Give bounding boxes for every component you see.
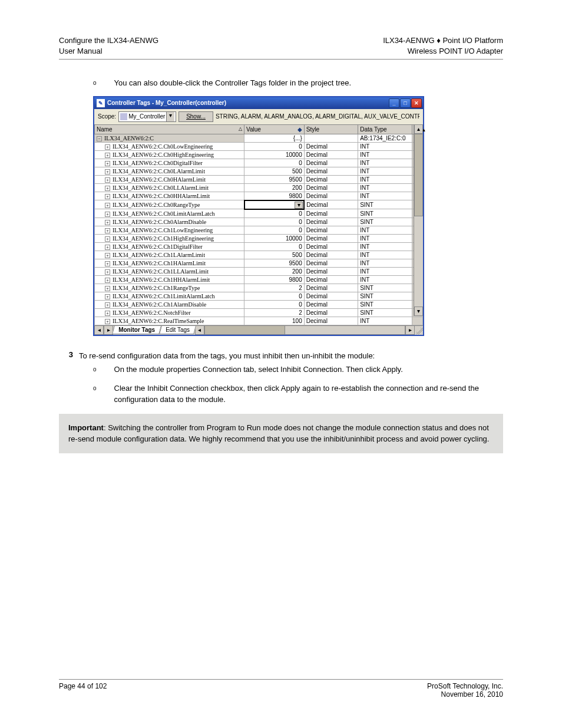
expand-icon[interactable]: + xyxy=(105,161,110,166)
scroll-down-icon[interactable]: ▾ xyxy=(414,307,423,316)
scroll-up-icon[interactable]: ▴ xyxy=(414,124,423,134)
tag-value[interactable]: 10000 xyxy=(244,150,305,159)
tag-value[interactable]: 500 xyxy=(244,251,305,259)
tag-style[interactable]: Decimal xyxy=(304,308,358,317)
tag-value[interactable]: 9500 xyxy=(244,175,305,183)
tag-row[interactable]: +ILX34_AENW6:2:C.Ch1DigitalFilter xyxy=(95,242,244,251)
tag-style[interactable]: Decimal xyxy=(304,251,358,259)
tag-row[interactable]: +ILX34_AENW6:2:C.Ch0HighEngineering xyxy=(95,150,244,159)
tag-value[interactable]: 10000 xyxy=(244,234,305,242)
expand-icon[interactable]: + xyxy=(105,278,110,283)
close-button[interactable]: ✕ xyxy=(411,98,422,108)
tag-value[interactable]: ▾2 xyxy=(244,200,305,209)
tag-value[interactable]: 200 xyxy=(244,183,305,192)
tag-value[interactable]: 200 xyxy=(244,267,305,275)
expand-icon[interactable]: + xyxy=(105,186,110,191)
tag-style[interactable]: Decimal xyxy=(304,218,358,226)
tag-row[interactable]: +ILX34_AENW6:2:C.Ch1HHAlarmLimit xyxy=(95,275,244,284)
tag-row[interactable]: +ILX34_AENW6:2:C.NotchFilter xyxy=(95,308,244,317)
tag-row[interactable]: +ILX34_AENW6:2:C.Ch0HHAlarmLimit xyxy=(95,192,244,200)
tag-style[interactable]: Decimal xyxy=(304,142,358,150)
expand-icon[interactable]: + xyxy=(105,212,110,217)
tag-value[interactable]: 0 xyxy=(244,292,305,300)
hscroll-right[interactable]: ▸ xyxy=(405,325,415,335)
tag-style[interactable]: Decimal xyxy=(304,259,358,267)
tag-style[interactable]: Decimal xyxy=(304,226,358,234)
hscroll-thumb[interactable] xyxy=(205,326,285,334)
tag-style[interactable]: Decimal xyxy=(304,192,358,200)
col-style[interactable]: Style xyxy=(304,124,358,134)
col-value[interactable]: Value ◆ xyxy=(244,124,305,134)
tag-value[interactable]: 2 xyxy=(244,284,305,292)
expand-icon[interactable]: + xyxy=(105,294,110,299)
tag-value[interactable]: 0 xyxy=(244,226,305,234)
tag-value[interactable]: 0 xyxy=(244,159,305,167)
tag-style[interactable]: Decimal xyxy=(304,183,358,192)
tag-row[interactable]: +ILX34_AENW6:2:C.Ch1LimitAlarmLatch xyxy=(95,292,244,300)
col-dtype[interactable]: Data Type xyxy=(358,124,412,134)
col-name[interactable]: Name △ xyxy=(95,124,244,134)
expand-icon[interactable]: + xyxy=(105,236,110,242)
maximize-button[interactable]: □ xyxy=(400,98,411,108)
tag-value[interactable]: 9500 xyxy=(244,259,305,267)
resize-grip-icon[interactable] xyxy=(415,326,423,334)
expand-icon[interactable]: + xyxy=(105,245,110,250)
horizontal-scrollbar[interactable] xyxy=(204,325,405,335)
expand-icon[interactable]: + xyxy=(105,253,110,258)
minimize-button[interactable]: _ xyxy=(389,98,399,108)
expand-icon[interactable]: + xyxy=(105,319,110,324)
tag-row[interactable]: +ILX34_AENW6:2:C.Ch1AlarmDisable xyxy=(95,300,244,308)
tag-row[interactable]: +ILX34_AENW6:2:C.Ch0LowEngineering xyxy=(95,142,244,150)
tag-style[interactable]: Decimal xyxy=(304,200,358,209)
tag-row[interactable]: +ILX34_AENW6:2:C.Ch0LAlarmLimit xyxy=(95,167,244,175)
tab-monitor-tags[interactable]: Monitor Tags xyxy=(112,326,161,334)
expand-icon[interactable]: + xyxy=(105,153,110,158)
tag-row[interactable]: +ILX34_AENW6:2:C.Ch1RangeType xyxy=(95,284,244,292)
tag-row[interactable]: +ILX34_AENW6:2:C.Ch0HAlarmLimit xyxy=(95,175,244,183)
tag-value[interactable]: {...} xyxy=(244,134,305,142)
tag-style[interactable]: Decimal xyxy=(304,234,358,242)
expand-icon[interactable]: + xyxy=(105,311,110,316)
tag-style[interactable]: Decimal xyxy=(304,284,358,292)
expand-icon[interactable]: + xyxy=(105,203,110,208)
expand-icon[interactable]: + xyxy=(105,194,110,199)
tag-value[interactable]: 0 xyxy=(244,242,305,251)
tag-style[interactable]: Decimal xyxy=(304,150,358,159)
tag-style[interactable]: Decimal xyxy=(304,242,358,251)
tag-row[interactable]: +ILX34_AENW6:2:C.Ch1LLAlarmLimit xyxy=(95,267,244,275)
tab-edit-tags[interactable]: Edit Tags xyxy=(159,326,196,334)
expand-icon[interactable]: + xyxy=(105,177,110,183)
vertical-scrollbar[interactable]: ▴ ▾ xyxy=(414,124,423,316)
tag-style[interactable]: Decimal xyxy=(304,209,358,218)
expand-icon[interactable]: + xyxy=(105,269,110,275)
tag-style[interactable]: Decimal xyxy=(304,300,358,308)
tag-value[interactable]: 0 xyxy=(244,209,305,218)
expand-icon[interactable]: + xyxy=(105,169,110,174)
scroll-thumb[interactable] xyxy=(414,134,423,216)
tag-style[interactable]: Decimal xyxy=(304,267,358,275)
tag-value[interactable]: 0 xyxy=(244,218,305,226)
tag-row[interactable]: +ILX34_AENW6:2:C.Ch0RangeType xyxy=(95,200,244,209)
tag-style[interactable]: Decimal xyxy=(304,167,358,175)
tag-style[interactable]: Decimal xyxy=(304,275,358,284)
tag-row[interactable]: +ILX34_AENW6:2:C.Ch0DigitalFilter xyxy=(95,159,244,167)
tag-row[interactable]: +ILX34_AENW6:2:C.Ch1HAlarmLimit xyxy=(95,259,244,267)
tag-row[interactable]: +ILX34_AENW6:2:C.RealTimeSample xyxy=(95,317,244,325)
tag-value[interactable]: 100 xyxy=(244,317,305,325)
tag-row[interactable]: +ILX34_AENW6:2:C.Ch1LAlarmLimit xyxy=(95,251,244,259)
tag-row[interactable]: +ILX34_AENW6:2:C.Ch0LimitAlarmLatch xyxy=(95,209,244,218)
tag-value[interactable]: 2 xyxy=(244,308,305,317)
hscroll-left[interactable]: ◂ xyxy=(195,325,204,335)
tag-value[interactable]: 0 xyxy=(244,142,305,150)
tag-value[interactable]: 0 xyxy=(244,300,305,308)
tag-value[interactable]: 9800 xyxy=(244,192,305,200)
tag-row-parent[interactable]: −ILX34_AENW6:2:C xyxy=(95,134,244,142)
show-button[interactable]: Show... xyxy=(178,111,213,122)
scope-dropdown[interactable]: My_Controller ▾ xyxy=(118,111,176,122)
tag-row[interactable]: +ILX34_AENW6:2:C.Ch1LowEngineering xyxy=(95,226,244,234)
tag-style[interactable]: Decimal xyxy=(304,292,358,300)
tag-style[interactable]: Decimal xyxy=(304,159,358,167)
tag-row[interactable]: +ILX34_AENW6:2:C.Ch1HighEngineering xyxy=(95,234,244,242)
tag-row[interactable]: +ILX34_AENW6:2:C.Ch0AlarmDisable xyxy=(95,218,244,226)
expand-icon[interactable]: + xyxy=(105,302,110,308)
